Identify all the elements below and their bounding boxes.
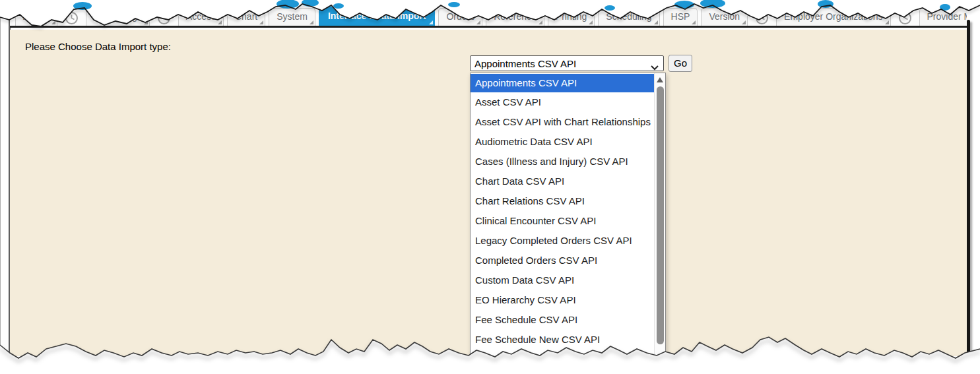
dropdown-option[interactable]: Custom Data CSV API	[471, 270, 654, 290]
dropdown-option[interactable]: Legacy Completed Orders CSV API	[471, 231, 654, 251]
tab-label: Orders	[446, 11, 474, 22]
dropdown-option-label: Completed Orders CSV API	[475, 255, 597, 266]
tab-label: Reference	[494, 11, 537, 22]
dropdown-corner-icon	[259, 20, 263, 24]
dropdown-option-label: Fee Schedule New CSV API	[475, 334, 600, 345]
dropdown-option[interactable]: Fee Schedule CSV API	[471, 310, 654, 330]
clock-icon	[153, 10, 175, 26]
dropdown-corner-icon	[310, 20, 313, 24]
tab-label: Version	[709, 11, 740, 22]
dropdown-corner-icon	[692, 20, 696, 24]
tab-version[interactable]: Version	[701, 8, 748, 26]
scrollbar-thumb[interactable]	[657, 86, 664, 344]
dropdown-corner-icon	[654, 20, 658, 24]
import-type-listbox: Appointments CSV API Asset CSV API Asset…	[470, 73, 666, 359]
dropdown-option-label: Cases (Illness and Injury) CSV API	[475, 156, 628, 167]
dropdown-option-label: Appointments CSV API	[475, 77, 577, 88]
tab-orders[interactable]: Orders	[438, 8, 482, 26]
dropdown-option[interactable]: EO Hierarchy CSV API	[471, 290, 654, 310]
tab-label: Chart	[235, 11, 257, 22]
tab-chart[interactable]: Chart	[227, 8, 265, 26]
dropdown-option-label: Chart Data CSV API	[475, 175, 564, 187]
dropdown-corner-icon	[51, 20, 55, 24]
tab-scheduling[interactable]: Scheduling	[598, 8, 659, 26]
dropdown-corner-icon	[589, 20, 593, 24]
import-type-select[interactable]: Appointments CSV API	[470, 55, 664, 71]
dropdown-option-label: Custom Data CSV API	[475, 274, 574, 286]
tab-employer-organizations[interactable]: Employer Organizations	[776, 8, 890, 26]
dropdown-option-label: Asset CSV API	[475, 96, 541, 108]
window-right-border	[967, 20, 970, 355]
dropdown-option[interactable]: Audiometric Data CSV API	[471, 132, 654, 152]
go-button[interactable]: Go	[669, 55, 692, 72]
listbox-scrollbar[interactable]	[654, 73, 665, 359]
tab-label: Access	[186, 11, 216, 22]
dropdown-corner-icon	[742, 20, 746, 24]
dropdown-option-label: Audiometric Data CSV API	[475, 136, 593, 147]
tab-reference[interactable]: Reference	[486, 8, 544, 26]
tab-access[interactable]: Access	[178, 8, 224, 26]
tab-system[interactable]: System	[269, 8, 315, 26]
prompt-label: Please Choose Data Import type:	[25, 41, 171, 52]
tab-label: My Settings	[94, 11, 142, 22]
chevron-down-icon	[651, 61, 659, 73]
scrollbar-up-icon[interactable]	[657, 77, 663, 82]
tab-label: Employer Organizations	[784, 11, 882, 22]
dropdown-option[interactable]: Cases (Illness and Injury) CSV API	[471, 152, 654, 171]
dropdown-corner-icon	[885, 20, 889, 24]
tab-provider-management[interactable]: Provider Management	[919, 8, 967, 26]
dropdown-option[interactable]: Chart Data CSV API	[471, 171, 654, 191]
clock-icon	[751, 10, 773, 26]
clock-icon	[61, 10, 82, 26]
tab-label: Interface : Data Import	[328, 11, 426, 21]
tab-label: HSP	[671, 11, 690, 22]
tab-interface-data-import[interactable]: Interface : Data Import	[319, 7, 436, 26]
dropdown-option-label: Fee Schedule CSV API	[475, 314, 577, 325]
dropdown-option[interactable]: Completed Orders CSV API	[471, 251, 654, 270]
tab-label: Provider Management	[927, 11, 967, 22]
window-left-edge	[0, 11, 11, 367]
dropdown-corner-icon	[429, 20, 433, 24]
dropdown-option[interactable]: Fee Schedule New CSV API	[471, 330, 654, 350]
tab-label: System	[277, 11, 308, 22]
dropdown-option-label: Chart Relations CSV API	[475, 195, 585, 206]
tab-hsp[interactable]: HSP	[663, 8, 698, 26]
clock-icon	[894, 10, 916, 26]
listbox-options: Appointments CSV API Asset CSV API Asset…	[471, 73, 654, 359]
dropdown-option-label: EO Hierarchy CSV API	[475, 294, 576, 305]
tab-printing[interactable]: Printing	[548, 8, 595, 26]
dropdown-option[interactable]: Appointments CSV API	[471, 74, 654, 92]
tab-label: Printing	[556, 11, 587, 22]
select-value: Appointments CSV API	[474, 58, 576, 69]
dropdown-option-label: Clinical Encounter CSV API	[475, 215, 596, 226]
dropdown-option[interactable]: Asset CSV API	[471, 92, 654, 112]
tab-my-settings[interactable]: My Settings	[86, 8, 150, 26]
tab-label: Admin	[23, 11, 49, 22]
dropdown-option[interactable]: Clinical Encounter CSV API	[471, 211, 654, 231]
tab-bar: Admin My Settings Access Chart System In…	[10, 0, 967, 28]
dropdown-corner-icon	[218, 20, 222, 24]
dropdown-option[interactable]: Asset CSV API with Chart Relationships	[471, 112, 654, 132]
dropdown-option[interactable]: Chart Relations CSV API	[471, 191, 654, 211]
page: Admin My Settings Access Chart System In…	[0, 0, 980, 374]
dropdown-corner-icon	[539, 20, 542, 24]
dropdown-corner-icon	[476, 20, 480, 24]
tab-label: Scheduling	[606, 11, 651, 22]
dropdown-option-label: Asset CSV API with Chart Relationships	[475, 116, 651, 127]
dropdown-option-label: Legacy Completed Orders CSV API	[475, 235, 632, 246]
dropdown-corner-icon	[144, 20, 148, 24]
tab-admin[interactable]: Admin	[15, 8, 57, 26]
